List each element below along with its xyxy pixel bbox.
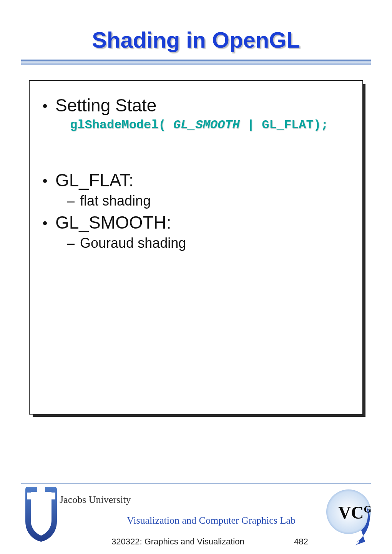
subbullet-text: Gouraud shading xyxy=(80,235,186,251)
bullet-gl-flat: GL_FLAT: xyxy=(43,170,353,191)
subbullet-gouraud-shading: – Gouraud shading xyxy=(67,235,353,251)
bullet-dot-icon xyxy=(43,104,47,108)
code-prefix: glShadeModel( xyxy=(70,118,173,132)
bullet-dot-icon xyxy=(43,179,47,183)
university-name: Jacobs University xyxy=(60,494,131,506)
code-line: glShadeModel( GL_SMOOTH | GL_FLAT); xyxy=(70,118,353,132)
spacer xyxy=(43,137,353,168)
bullet-text: GL_SMOOTH: xyxy=(55,212,353,233)
bullet-setting-state: Setting State xyxy=(43,95,353,116)
subbullet-text: flat shading xyxy=(80,193,151,209)
bullet-dot-icon xyxy=(43,221,47,225)
code-emph: GL_SMOOTH xyxy=(173,118,240,132)
slide: Shading in OpenGL Setting State glShadeM… xyxy=(0,0,392,554)
content-box: Setting State glShadeModel( GL_SMOOTH | … xyxy=(29,80,363,415)
bullet-text: Setting State xyxy=(55,95,353,116)
slide-title: Shading in OpenGL xyxy=(21,27,371,53)
lab-name: Visualization and Computer Graphics Lab xyxy=(127,515,296,526)
vcg-sup: G xyxy=(364,504,371,515)
course-code: 320322: Graphics and Visualization xyxy=(111,537,244,547)
vcg-text: VC xyxy=(338,503,364,522)
subbullet-flat-shading: – flat shading xyxy=(67,193,353,209)
code-suffix: | GL_FLAT); xyxy=(240,118,328,132)
dash-icon: – xyxy=(67,235,75,251)
jacobs-university-logo-icon xyxy=(24,485,58,544)
footer: Jacobs University Visualization and Comp… xyxy=(0,473,392,554)
footer-divider xyxy=(21,483,371,484)
dash-icon: – xyxy=(67,193,75,209)
svg-rect-1 xyxy=(27,493,55,499)
title-underline xyxy=(21,60,371,65)
content-inner: Setting State glShadeModel( GL_SMOOTH | … xyxy=(29,80,363,415)
bullet-gl-smooth: GL_SMOOTH: xyxy=(43,212,353,233)
bullet-text: GL_FLAT: xyxy=(55,170,353,191)
vcg-logo-icon: VCG xyxy=(320,489,377,548)
page-number: 482 xyxy=(294,537,308,547)
